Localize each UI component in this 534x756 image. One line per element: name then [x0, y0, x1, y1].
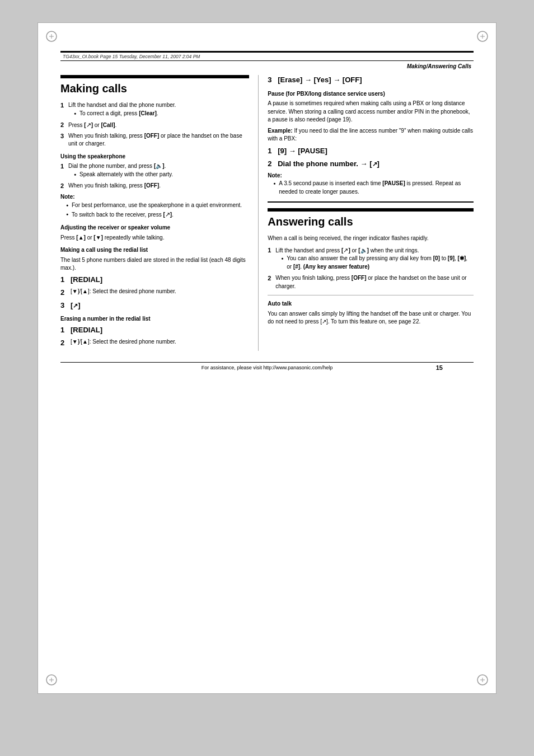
- note-item: For best performance, use the speakerpho…: [66, 201, 249, 210]
- corner-mark-tl: [45, 30, 58, 43]
- pause-heading: Pause (for PBX/long distance service use…: [268, 90, 474, 98]
- footer-text: For assistance, please visit http://www.…: [202, 365, 333, 370]
- answering-intro: When a call is being received, the ringe…: [268, 234, 474, 243]
- volume-text: Press [▲] or [▼] repeatedly while talkin…: [60, 234, 249, 242]
- note-label: Note:: [60, 193, 249, 201]
- speaker-step-2: 2 When you finish talking, press [OFF].: [60, 182, 249, 191]
- step-content: Dial the phone number. → [↗]: [278, 159, 474, 170]
- speaker-icon-2: 🔈: [360, 247, 367, 255]
- step-num: 1: [60, 275, 71, 285]
- answer-step-2: 2 When you finish talking, press [OFF] o…: [268, 274, 474, 290]
- example-label: Example:: [268, 128, 292, 134]
- document-page: TG43xx_OI.book Page 15 Tuesday, December…: [38, 22, 496, 694]
- autotalk-heading: Auto talk: [268, 300, 474, 308]
- step-num: 3: [268, 75, 278, 86]
- call-icon: ↗: [73, 302, 78, 311]
- right-column: 3 [Erase] → [Yes] → [OFF] Pause (for PBX…: [259, 75, 474, 351]
- erase-step-2: 2 [▼]/[▲]: Select the desired phone numb…: [60, 338, 249, 349]
- step-num: 1: [60, 325, 71, 336]
- page-number: 15: [436, 364, 443, 371]
- step-content: [REDIAL]: [71, 275, 249, 285]
- volume-heading: Adjusting the receiver or speaker volume: [60, 224, 249, 232]
- pause-step-2: 2 Dial the phone number. → [↗]: [268, 159, 474, 170]
- redial-heading: Making a call using the redial list: [60, 246, 249, 255]
- redial-text: The last 5 phone numbers dialed are stor…: [60, 256, 249, 273]
- speakerphone-heading: Using the speakerphone: [60, 153, 249, 161]
- making-calls-heading: Making calls: [60, 81, 249, 97]
- step-content: Press [↗] or [Call].: [68, 121, 249, 130]
- step-content: [↗]: [71, 300, 249, 311]
- pause-example: Example: If you need to dial the line ac…: [268, 127, 474, 143]
- step-content: Lift the handset and press [↗] or [🔈] wh…: [275, 246, 474, 273]
- step-content: When you finish talking, press [OFF] or …: [275, 274, 474, 290]
- small-divider: [268, 295, 474, 295]
- step-num: 2: [60, 182, 68, 191]
- section-title-bar-making: [60, 75, 249, 78]
- erase-heading: Erasing a number in the redial list: [60, 315, 249, 323]
- step-num: 2: [60, 121, 68, 130]
- step-content: [▼]/[▲]: Select the desired phone number…: [71, 338, 249, 346]
- header-bar: TG43xx_OI.book Page 15 Tuesday, December…: [60, 51, 474, 61]
- autotalk-text: You can answer calls simply by lifting t…: [268, 310, 474, 326]
- step-2: 2 Press [↗] or [Call].: [60, 121, 249, 130]
- section-title-bar-answering: [268, 208, 474, 212]
- step-num: 1: [268, 146, 278, 157]
- note-item: To switch back to the receiver, press [↗…: [66, 210, 249, 219]
- left-column: Making calls 1 Lift the handset and dial…: [60, 75, 259, 351]
- phone-icon: ↗: [86, 121, 91, 130]
- speakerphone-icon: 🔈: [156, 162, 162, 171]
- chapter-header: Making/Answering Calls: [38, 63, 471, 69]
- corner-mark-tr: [476, 30, 489, 43]
- step-content: [9] → [PAUSE]: [278, 146, 474, 157]
- answer-step-1: 1 Lift the handset and press [↗] or [🔈] …: [268, 246, 474, 273]
- bullet-item: Speak alternately with the other party.: [74, 171, 249, 179]
- step-num: 2: [60, 288, 71, 298]
- speaker-step-1: 1 Dial the phone number, and press [🔈]. …: [60, 162, 249, 180]
- pause-note-item: A 3.5 second pause is inserted each time…: [273, 180, 474, 196]
- step-num: 2: [268, 274, 275, 290]
- step-content: When you finish talking, press [OFF].: [68, 182, 249, 191]
- corner-mark-bl: [45, 673, 58, 687]
- step-num: 3: [60, 132, 68, 148]
- step-num: 1: [60, 101, 68, 119]
- pause-step-1: 1 [9] → [PAUSE]: [268, 146, 474, 157]
- erase-step-1: 1 [REDIAL]: [60, 325, 249, 336]
- call-icon-2: ↗: [372, 160, 377, 169]
- pause-note-label: Note:: [268, 172, 474, 180]
- step-3: 3 When you finish talking, press [OFF] o…: [60, 132, 249, 148]
- step-content: [Erase] → [Yes] → [OFF]: [278, 75, 474, 86]
- redial-step-1: 1 [REDIAL]: [60, 275, 249, 285]
- redial-step-3: 3 [↗]: [60, 300, 249, 311]
- step-content: Dial the phone number, and press [🔈]. Sp…: [68, 162, 249, 180]
- answering-calls-heading: Answering calls: [268, 214, 474, 230]
- step-num: 1: [268, 246, 275, 273]
- corner-mark-br: [476, 673, 489, 687]
- filename-label: TG43xx_OI.book Page 15 Tuesday, December…: [63, 54, 200, 59]
- section-divider: [268, 201, 474, 203]
- step-num: 2: [60, 338, 71, 349]
- step-num: 1: [60, 162, 68, 180]
- step-1: 1 Lift the handset and dial the phone nu…: [60, 101, 249, 119]
- step-content: When you finish talking, press [OFF] or …: [68, 132, 249, 148]
- erase-step-3: 3 [Erase] → [Yes] → [OFF]: [268, 75, 474, 86]
- answer-bullet: You can also answer the call by pressing…: [281, 255, 474, 271]
- pause-text: A pause is sometimes required when makin…: [268, 100, 474, 124]
- footer-bar: For assistance, please visit http://www.…: [60, 362, 474, 370]
- step-num: 3: [60, 300, 71, 311]
- step-content: [▼]/[▲]: Select the desired phone number…: [71, 288, 249, 296]
- step-num: 2: [268, 159, 278, 170]
- step-content: [REDIAL]: [71, 325, 249, 336]
- bullet-item: To correct a digit, press [Clear].: [74, 110, 249, 118]
- step-content: Lift the handset and dial the phone numb…: [68, 101, 249, 119]
- phone-back-icon: ↗: [165, 210, 170, 219]
- redial-step-2: 2 [▼]/[▲]: Select the desired phone numb…: [60, 288, 249, 298]
